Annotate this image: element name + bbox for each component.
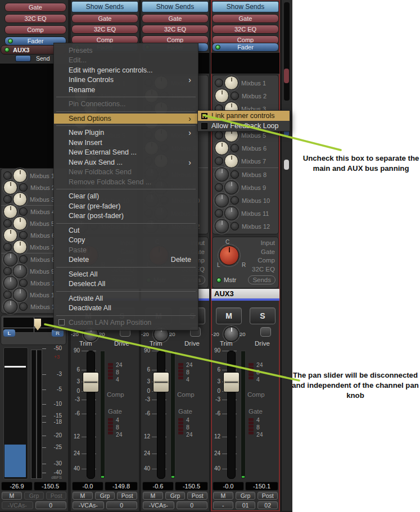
menu-item[interactable]: Copy › [54, 235, 198, 246]
send-toggle-knob[interactable] [3, 243, 12, 251]
processor-button[interactable]: Gate [212, 14, 279, 23]
send-level-knob[interactable] [215, 89, 229, 103]
strip-button[interactable]: M [143, 492, 163, 500]
menu-item[interactable]: New Aux Send ... › [54, 157, 198, 167]
menu-item[interactable]: New Foldback Send › [54, 167, 198, 178]
send-toggle-knob[interactable] [215, 79, 223, 87]
menu-item[interactable]: Rename › [54, 85, 198, 95]
fader-track[interactable] [87, 351, 95, 479]
menu-item[interactable]: New Insert › [54, 138, 198, 148]
fader-handle[interactable] [223, 372, 240, 392]
send-toggle-knob[interactable] [231, 196, 239, 205]
menu-item[interactable]: Edit... › [54, 56, 198, 66]
show-sends-button[interactable]: Show Sends [212, 1, 279, 12]
send-toggle-knob[interactable] [19, 255, 28, 264]
pan-slider-handle[interactable] [34, 319, 41, 330]
strip-button[interactable]: Post [46, 492, 66, 500]
menu-item[interactable]: Pin Connections... › [54, 99, 198, 110]
vca-button[interactable]: 01 [236, 501, 256, 509]
strip-button[interactable]: M [213, 492, 233, 500]
send-toggle-knob[interactable] [231, 222, 239, 230]
send-toggle-knob[interactable] [19, 207, 28, 216]
menu-item[interactable]: Clear (post-fader) › [54, 211, 198, 221]
send-level-knob[interactable] [224, 206, 238, 220]
send-toggle-knob[interactable] [3, 219, 12, 228]
send-toggle-knob[interactable] [19, 279, 28, 287]
strip-button[interactable]: M [73, 492, 93, 500]
fader-handle[interactable] [83, 372, 99, 392]
send-level-button[interactable] [15, 55, 31, 62]
menu-item[interactable]: Custom LAN Amp Position › [54, 318, 198, 328]
processor-button[interactable]: Gate [71, 14, 138, 23]
send-level-knob[interactable] [215, 219, 229, 233]
menu-item[interactable]: Paste › [54, 245, 198, 255]
vca-button[interactable]: -VCAs- [2, 501, 33, 509]
send-toggle-knob[interactable] [3, 291, 12, 299]
strip-button[interactable]: Grp [165, 492, 186, 500]
processor-button[interactable]: Comp [4, 25, 66, 34]
strip-name[interactable]: AUX3 [211, 289, 279, 298]
strip-button[interactable]: Post [258, 492, 278, 500]
send-toggle-knob[interactable] [3, 171, 12, 180]
menu-item[interactable]: Clear (pre-fader) › [54, 201, 198, 211]
strip-button[interactable]: M [2, 492, 22, 500]
processor-button[interactable]: 32C EQ [142, 25, 209, 34]
menu-item[interactable]: Deselect All › [54, 279, 198, 289]
send-level-knob[interactable] [215, 193, 229, 207]
vca-button[interactable]: -VCAs- [73, 501, 104, 509]
send-level-knob[interactable] [224, 154, 238, 168]
menu-item[interactable]: New Plugin › [54, 128, 198, 138]
processor-box[interactable] [211, 52, 279, 74]
send-toggle-knob[interactable] [3, 267, 12, 275]
send-toggle-knob[interactable] [231, 92, 239, 100]
solo-button[interactable]: S [250, 307, 276, 324]
submenu-item[interactable]: Link panner controls [198, 111, 290, 121]
vca-button[interactable]: 0 [177, 501, 208, 509]
menu-item[interactable]: Activate All › [54, 293, 198, 303]
pan-left-button[interactable]: L [3, 329, 15, 337]
fader-track[interactable] [227, 351, 236, 479]
mute-button[interactable]: M [216, 307, 242, 324]
menu-item[interactable]: Send Options › [54, 114, 198, 124]
send-toggle-knob[interactable] [215, 183, 223, 192]
vca-button[interactable]: -VCAs- [143, 501, 174, 509]
menu-item[interactable]: Delete Delete › [54, 255, 198, 265]
strip-button[interactable]: Grp [236, 492, 256, 500]
processor-button[interactable]: 32C EQ [212, 25, 279, 34]
fader-handle[interactable] [153, 372, 169, 392]
send-toggle-knob[interactable] [231, 170, 239, 179]
processor-button[interactable]: Gate [4, 3, 66, 12]
vca-button[interactable]: 02 [258, 501, 278, 509]
send-toggle-knob[interactable] [231, 144, 239, 152]
drive-button[interactable] [260, 327, 271, 337]
fader-button[interactable]: Fader [212, 43, 279, 52]
trim-knob[interactable] [224, 327, 239, 342]
master-assign[interactable]: Mstr [216, 277, 236, 283]
send-toggle-knob[interactable] [19, 183, 28, 192]
pan-right-button[interactable]: R [52, 329, 64, 337]
send-level-knob[interactable] [224, 180, 238, 194]
processor-button[interactable]: 32C EQ [71, 25, 138, 34]
fader-track[interactable] [157, 351, 165, 479]
send-toggle-knob[interactable] [19, 231, 28, 239]
processor-button[interactable]: Gate [142, 14, 209, 23]
send-toggle-knob[interactable] [215, 157, 223, 165]
send-toggle-knob[interactable] [3, 195, 12, 203]
send-level-knob[interactable] [224, 76, 238, 90]
submenu-item[interactable]: Allow Feedback Loop [198, 121, 290, 131]
strip-button[interactable]: Grp [95, 492, 115, 500]
show-sends-button[interactable]: Show Sends [71, 1, 138, 12]
strip-button[interactable]: Grp [24, 492, 44, 500]
send-level-knob[interactable] [13, 240, 27, 254]
vca-button[interactable]: 0 [35, 501, 67, 509]
fader-position-line[interactable] [4, 366, 26, 368]
menu-item[interactable]: Presets › [54, 46, 198, 56]
menu-item[interactable]: Inline Controls › [54, 75, 198, 85]
menu-item[interactable]: Edit with generic controls... › [54, 65, 198, 75]
menu-item[interactable]: Remove Foldback Send ... › [54, 177, 198, 187]
sends-button[interactable]: Sends [248, 275, 276, 284]
send-toggle-knob[interactable] [215, 209, 223, 218]
send-level-knob[interactable] [13, 192, 27, 206]
send-level-knob[interactable] [215, 141, 229, 155]
strip-button[interactable]: Post [117, 492, 137, 500]
